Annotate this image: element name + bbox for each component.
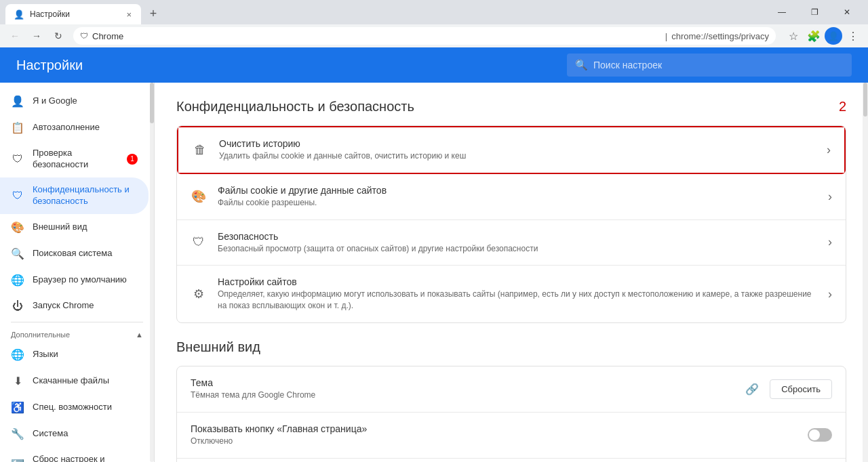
settings-tab[interactable]: 👤 Настройки × (5, 4, 141, 24)
search-input[interactable]: Поиск настроек (593, 60, 844, 70)
sidebar-label-system: Система (33, 428, 138, 440)
cookies-arrow: › (828, 190, 832, 204)
home-button-subtitle: Отключено (191, 436, 797, 447)
sidebar-item-system[interactable]: 🔧 Система (0, 421, 149, 447)
sidebar-label-reset: Сброс настроек и удаление вредоносного (33, 454, 138, 462)
maximize-button[interactable]: ❐ (799, 3, 830, 22)
sidebar-item-languages[interactable]: 🌐 Языки (0, 341, 149, 368)
sidebar-label-startup: Запуск Chrome (33, 300, 138, 312)
clear-history-row[interactable]: 🗑 Очистить историю Удалить файлы cookie … (178, 127, 844, 173)
advanced-toggle-icon: ▲ (136, 331, 143, 339)
appearance-icon: 🎨 (11, 221, 24, 234)
sidebar-item-privacy[interactable]: 🛡 Конфиденциальность и безопасность (0, 177, 149, 214)
appearance-section-title: Внешний вид (176, 339, 846, 355)
safety-badge: 1 (127, 154, 138, 165)
clear-history-arrow: › (827, 143, 831, 157)
theme-open-icon[interactable]: 🔗 (745, 383, 759, 396)
site-settings-subtitle: Определяет, какую информацию могут испол… (218, 289, 817, 312)
settings-header: Настройки 🔍 Поиск настроек (0, 47, 868, 83)
security-text: Безопасность Безопасный просмотр (защита… (218, 231, 817, 255)
sidebar-item-startup[interactable]: ⏻ Запуск Chrome (0, 293, 149, 319)
sidebar-item-reset[interactable]: 🔄 Сброс настроек и удаление вредоносного (0, 447, 149, 462)
site-settings-text: Настройки сайтов Определяет, какую инфор… (218, 276, 817, 312)
address-url: chrome://settings/privacy (671, 31, 769, 41)
safety-icon: 🛡 (11, 153, 24, 165)
cookies-subtitle: Файлы cookie разрешены. (218, 197, 817, 209)
privacy-icon: 🛡 (11, 190, 24, 202)
bookmarks-bar-row[interactable]: Показывать панель закладок (177, 459, 846, 462)
privacy-section-title: Конфиденциальность и безопасность 2 (176, 99, 846, 114)
clear-history-title: Очистить историю (219, 138, 816, 149)
search-bar[interactable]: 🔍 Поиск настроек (567, 54, 852, 77)
site-settings-icon: ⚙ (191, 287, 207, 301)
site-settings-title: Настройки сайтов (218, 276, 817, 287)
clear-history-icon: 🗑 (192, 143, 208, 157)
new-tab-button[interactable]: + (144, 4, 163, 23)
sidebar-item-downloads[interactable]: ⬇ Скачанные файлы (0, 368, 149, 394)
sidebar-item-appearance[interactable]: 🎨 Внешний вид (0, 214, 149, 240)
address-separator: | (665, 31, 667, 41)
startup-icon: ⏻ (11, 300, 24, 312)
sidebar-item-me-google[interactable]: 👤 Я и Google (0, 88, 149, 114)
cookies-row[interactable]: 🎨 Файлы cookie и другие данные сайтов Фа… (177, 174, 846, 220)
extensions-button[interactable]: 🧩 (804, 26, 823, 45)
bookmark-button[interactable]: ☆ (784, 26, 803, 45)
sidebar-item-accessibility[interactable]: ♿ Спец. возможности (0, 394, 149, 421)
theme-title: Тема (191, 377, 734, 388)
settings-title: Настройки (16, 58, 567, 73)
security-title: Безопасность (218, 231, 817, 242)
home-button-toggle-knob (809, 429, 820, 440)
minimize-button[interactable]: — (766, 3, 797, 22)
sidebar-label-me-google: Я и Google (33, 96, 138, 107)
sidebar-label-accessibility: Спец. возможности (33, 402, 138, 413)
languages-icon: 🌐 (11, 348, 24, 361)
sidebar-section-advanced[interactable]: Дополнительные ▲ (0, 325, 154, 341)
privacy-settings-card: 🗑 Очистить историю Удалить файлы cookie … (176, 125, 846, 323)
theme-subtitle: Тёмная тема для Google Chrome (191, 390, 734, 401)
tab-close-button[interactable]: × (125, 8, 133, 21)
security-arrow: › (828, 235, 832, 249)
home-button-text: Показывать кнопку «Главная страница» Отк… (191, 423, 797, 447)
privacy-title-text: Конфиденциальность и безопасность (176, 99, 414, 114)
sidebar-item-search[interactable]: 🔍 Поисковая система (0, 240, 149, 267)
privacy-badge: 2 (839, 99, 846, 114)
address-security-icon: 🛡 (80, 31, 88, 41)
address-site-name: Chrome (92, 31, 661, 41)
sidebar-label-browser: Браузер по умолчанию (33, 274, 138, 286)
site-settings-row[interactable]: ⚙ Настройки сайтов Определяет, какую инф… (177, 266, 846, 322)
close-button[interactable]: ✕ (831, 3, 863, 22)
theme-row[interactable]: Тема Тёмная тема для Google Chrome 🔗 Сбр… (177, 366, 846, 413)
sidebar-label-search: Поисковая система (33, 248, 138, 259)
forward-button[interactable]: → (27, 26, 46, 45)
profile-button[interactable]: 👤 (825, 27, 842, 45)
back-button[interactable]: ← (5, 26, 24, 45)
reset-icon: 🔄 (11, 459, 24, 462)
cookies-icon: 🎨 (191, 189, 207, 204)
home-button-toggle[interactable] (808, 428, 832, 442)
sidebar-label-downloads: Скачанные файлы (33, 375, 138, 387)
site-settings-arrow: › (828, 287, 832, 301)
security-row[interactable]: 🛡 Безопасность Безопасный просмотр (защи… (177, 220, 846, 266)
sidebar-label-privacy: Конфиденциальность и безопасность (33, 184, 138, 207)
sidebar-label-appearance: Внешний вид (33, 222, 138, 233)
sidebar-label-safety: Проверка безопасности (33, 148, 119, 171)
sidebar: 👤 Я и Google 📋 Автозаполнение 🛡 Проверка… (0, 83, 155, 462)
security-subtitle: Безопасный просмотр (защита от опасных с… (218, 243, 817, 255)
sidebar-item-autofill[interactable]: 📋 Автозаполнение (0, 114, 149, 141)
sidebar-item-safety[interactable]: 🛡 Проверка безопасности 1 (0, 141, 149, 177)
accessibility-icon: ♿ (11, 401, 24, 414)
browser-icon: 🌐 (11, 274, 24, 287)
clear-history-subtitle: Удалить файлы cookie и данные сайтов, оч… (219, 150, 816, 162)
clear-history-text: Очистить историю Удалить файлы cookie и … (219, 138, 816, 162)
advanced-label: Дополнительные (11, 331, 70, 339)
me-google-icon: 👤 (11, 95, 24, 108)
sidebar-item-browser[interactable]: 🌐 Браузер по умолчанию (0, 267, 149, 293)
search-engine-icon: 🔍 (11, 247, 24, 260)
home-button-row[interactable]: Показывать кнопку «Главная страница» Отк… (177, 413, 846, 459)
theme-reset-button[interactable]: Сбросить (770, 379, 832, 399)
address-bar[interactable]: 🛡 Chrome | chrome://settings/privacy (73, 27, 776, 45)
refresh-button[interactable]: ↻ (49, 26, 68, 45)
downloads-icon: ⬇ (11, 375, 24, 387)
tab-settings-icon: 👤 (14, 9, 24, 20)
more-button[interactable]: ⋮ (844, 26, 863, 45)
